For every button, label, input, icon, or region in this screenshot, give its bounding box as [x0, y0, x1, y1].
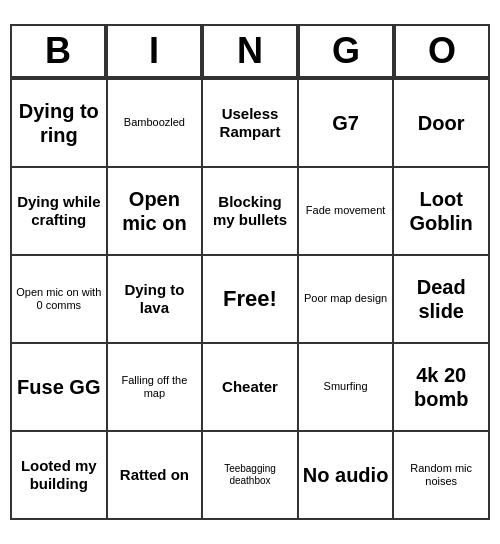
cell-text: Random mic noises	[398, 462, 484, 488]
cell-text: Smurfing	[324, 380, 368, 393]
bingo-cell: G7	[299, 80, 395, 168]
bingo-cell: Poor map design	[299, 256, 395, 344]
cell-text: Open mic on	[112, 187, 198, 235]
bingo-cell: Fade movement	[299, 168, 395, 256]
cell-text: Dying while crafting	[16, 193, 102, 229]
header-letter: N	[202, 24, 298, 78]
cell-text: Dead slide	[398, 275, 484, 323]
cell-text: Dying to lava	[112, 281, 198, 317]
cell-text: Loot Goblin	[398, 187, 484, 235]
cell-text: 4k 20 bomb	[398, 363, 484, 411]
cell-text: Fade movement	[306, 204, 385, 217]
bingo-cell: Open mic on with 0 comms	[12, 256, 108, 344]
bingo-cell: Free!	[203, 256, 299, 344]
bingo-cell: Useless Rampart	[203, 80, 299, 168]
cell-text: Open mic on with 0 comms	[16, 286, 102, 312]
bingo-cell: Teebagging deathbox	[203, 432, 299, 520]
bingo-cell: Dying to lava	[108, 256, 204, 344]
cell-text: Falling off the map	[112, 374, 198, 400]
header-letter: B	[10, 24, 106, 78]
bingo-grid: Dying to ringBamboozledUseless RampartG7…	[10, 78, 490, 520]
bingo-cell: Random mic noises	[394, 432, 490, 520]
cell-text: Teebagging deathbox	[207, 463, 293, 487]
cell-text: Useless Rampart	[207, 105, 293, 141]
cell-text: Poor map design	[304, 292, 387, 305]
header-letter: O	[394, 24, 490, 78]
bingo-cell: Door	[394, 80, 490, 168]
cell-text: Looted my building	[16, 457, 102, 493]
bingo-cell: Dead slide	[394, 256, 490, 344]
bingo-card: BINGO Dying to ringBamboozledUseless Ram…	[10, 24, 490, 520]
bingo-cell: Falling off the map	[108, 344, 204, 432]
bingo-cell: Blocking my bullets	[203, 168, 299, 256]
cell-text: Blocking my bullets	[207, 193, 293, 229]
bingo-cell: Fuse GG	[12, 344, 108, 432]
bingo-cell: Open mic on	[108, 168, 204, 256]
bingo-cell: No audio	[299, 432, 395, 520]
cell-text: Ratted on	[120, 466, 189, 484]
bingo-cell: 4k 20 bomb	[394, 344, 490, 432]
cell-text: Fuse GG	[17, 375, 100, 399]
bingo-cell: Cheater	[203, 344, 299, 432]
bingo-cell: Smurfing	[299, 344, 395, 432]
cell-text: Free!	[223, 286, 277, 312]
cell-text: Door	[418, 111, 465, 135]
bingo-cell: Loot Goblin	[394, 168, 490, 256]
bingo-cell: Dying while crafting	[12, 168, 108, 256]
bingo-header: BINGO	[10, 24, 490, 78]
header-letter: G	[298, 24, 394, 78]
bingo-cell: Ratted on	[108, 432, 204, 520]
cell-text: Dying to ring	[16, 99, 102, 147]
cell-text: G7	[332, 111, 359, 135]
cell-text: No audio	[303, 463, 389, 487]
bingo-cell: Looted my building	[12, 432, 108, 520]
cell-text: Cheater	[222, 378, 278, 396]
bingo-cell: Dying to ring	[12, 80, 108, 168]
cell-text: Bamboozled	[124, 116, 185, 129]
header-letter: I	[106, 24, 202, 78]
bingo-cell: Bamboozled	[108, 80, 204, 168]
